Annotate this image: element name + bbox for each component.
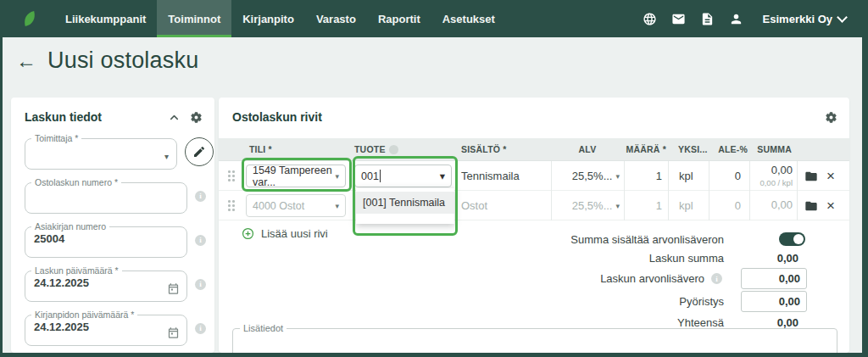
vat-included-row: Summa sisältää arvonlisäveron	[442, 230, 807, 248]
text-cursor	[380, 170, 381, 182]
invoice-vat-row: Laskun arvonlisävero i 0,00	[442, 267, 807, 290]
language-globe-icon[interactable]	[643, 11, 658, 26]
discount-cell[interactable]: 0	[709, 191, 749, 220]
accounting-date-label: Kirjanpidon päivämäärä *	[31, 310, 137, 320]
caret-down-icon: ▾	[440, 170, 445, 182]
supplier-select[interactable]: Toimittaja * ▾	[25, 134, 177, 170]
drag-handle[interactable]	[219, 191, 244, 220]
unit-cell[interactable]: kpl	[668, 191, 709, 220]
col-header-maara: MÄÄRÄ *	[624, 144, 668, 154]
col-header-sisalto: SISÄLTÖ *	[456, 144, 551, 154]
page-title: Uusi ostolasku	[47, 47, 198, 74]
nav-item-toiminnot[interactable]: Toiminnot	[157, 0, 231, 37]
table-header: TILI * TUOTE SISÄLTÖ * ALV MÄÄRÄ * YKSI.…	[219, 138, 849, 161]
nav-item-asetukset[interactable]: Asetukset	[431, 0, 506, 37]
attachment-folder-icon[interactable]	[804, 199, 818, 213]
attachment-folder-icon[interactable]	[804, 170, 818, 183]
document-number-input[interactable]: Asiakirjan numero 25004	[25, 222, 187, 258]
info-icon[interactable]: i	[195, 279, 206, 290]
company-name: Esimerkki Oy	[763, 13, 832, 25]
invoice-date-label: Laskun päivämäärä *	[31, 266, 122, 276]
discount-cell[interactable]: 0	[709, 161, 749, 191]
calendar-icon[interactable]	[167, 282, 180, 295]
unit-cell[interactable]: kpl	[668, 161, 709, 191]
col-header-tili: TILI *	[244, 144, 351, 154]
vat-select[interactable]: 25,5%... ▾	[551, 161, 624, 191]
nav-right-icons: Esimerkki Oy	[643, 0, 868, 37]
quantity-cell[interactable]: 1	[624, 161, 668, 191]
invoice-date-input[interactable]: Laskun päivämäärä * 24.12.2025	[25, 266, 187, 302]
rows-settings-gear-icon[interactable]	[824, 110, 837, 124]
content-cell[interactable]: Ostot	[456, 191, 551, 220]
page-title-row: ← Uusi ostolasku	[16, 47, 198, 74]
invoice-vat-label: Laskun arvonlisävero	[600, 272, 704, 285]
product-dropdown: [001] Tennismaila	[356, 188, 454, 224]
product-dropdown-option[interactable]: [001] Tennismaila	[356, 192, 454, 214]
plus-circle-icon	[242, 227, 254, 240]
rounding-input[interactable]: 0,00	[741, 291, 807, 312]
nav-item-raportit[interactable]: Raportit	[367, 0, 431, 37]
vat-select[interactable]: 25,5%... ▾	[551, 191, 624, 220]
table-row: 4000 Ostot ▾ Ostot 25,5%... ▾ 1 kpl 0 0,…	[219, 191, 849, 220]
caret-down-icon: ▾	[335, 202, 339, 210]
invoice-details-panel: Laskun tiedot Toimittaja * ▾ Ostolaskun …	[11, 98, 214, 353]
user-icon[interactable]	[729, 11, 744, 26]
sum-value: 0,00	[771, 198, 793, 212]
quantity-cell[interactable]: 1	[624, 191, 668, 220]
calendar-icon[interactable]	[167, 326, 180, 339]
back-arrow-icon[interactable]: ←	[16, 51, 36, 71]
account-select[interactable]: 4000 Ostot ▾	[246, 194, 346, 217]
notes-textarea[interactable]: Lisätiedot	[232, 323, 837, 353]
invoice-sum-value: 0,00	[777, 252, 807, 265]
sum-cell[interactable]: 0,00 0,00 / kpl	[749, 161, 797, 191]
mail-icon[interactable]	[671, 11, 687, 26]
vat-select-value: 25,5%...	[572, 170, 613, 182]
col-header-alv: ALV	[551, 144, 624, 154]
info-icon[interactable]: i	[195, 323, 206, 334]
invoice-sum-label: Laskun summa	[649, 252, 724, 265]
pencil-icon	[192, 145, 206, 159]
info-icon[interactable]	[389, 145, 398, 154]
info-icon[interactable]: i	[195, 191, 206, 202]
nav-item-kirjanpito[interactable]: Kirjanpito	[231, 0, 305, 37]
sum-cell[interactable]: 0,00	[749, 191, 797, 220]
accounting-date-value: 24.12.2025	[25, 320, 186, 333]
add-row-button[interactable]: Lisää uusi rivi	[242, 227, 328, 240]
vat-included-label: Summa sisältää arvonlisäveron	[570, 233, 724, 246]
sum-value: 0,00	[771, 164, 793, 177]
nav-item-liikekumppanit[interactable]: Liikekumppanit	[54, 0, 157, 37]
vat-included-toggle[interactable]	[779, 232, 805, 246]
nav-item-varasto[interactable]: Varasto	[305, 0, 367, 37]
purchase-invoice-number-input[interactable]: Ostolaskun numero *	[25, 178, 187, 214]
invoice-rows-panel: Ostolaskun rivit TILI * TUOTE SISÄLTÖ * …	[219, 98, 849, 353]
info-icon[interactable]: i	[195, 235, 206, 246]
col-header-tuote: TUOTE	[351, 144, 456, 154]
document-icon[interactable]	[700, 11, 715, 26]
edit-supplier-button[interactable]	[185, 137, 214, 166]
account-select[interactable]: 1549 Tampereen var... ▾	[246, 165, 346, 187]
nav-items: Liikekumppanit Toiminnot Kirjanpito Vara…	[54, 0, 506, 37]
caret-down-icon: ▾	[335, 172, 339, 181]
field-row-toimittaja: Toimittaja * ▾	[25, 134, 214, 170]
content-cell[interactable]: Tennismaila	[456, 161, 551, 191]
supplier-label: Toimittaja *	[31, 134, 81, 143]
delete-row-icon[interactable]: ×	[826, 169, 835, 183]
col-header-yksikko: YKSI...	[668, 144, 709, 154]
app-logo[interactable]	[0, 0, 54, 37]
product-input[interactable]: 001 ▾	[354, 165, 452, 187]
document-number-label: Asiakirjan numero	[31, 222, 109, 231]
delete-row-icon[interactable]: ×	[826, 198, 835, 213]
accounting-date-input[interactable]: Kirjanpidon päivämäärä * 24.12.2025	[25, 310, 187, 346]
info-icon[interactable]: i	[711, 273, 722, 284]
add-row-label: Lisää uusi rivi	[261, 227, 328, 240]
purchase-invoice-number-label: Ostolaskun numero *	[31, 178, 121, 187]
panel-settings-gear-icon[interactable]	[189, 110, 203, 124]
collapse-chevron-up-icon[interactable]	[167, 110, 181, 124]
company-menu[interactable]: Esimerkki Oy	[763, 13, 846, 25]
drag-handle[interactable]	[219, 161, 244, 191]
field-row-laskun-paivamaara: Laskun päivämäärä * 24.12.2025 i	[25, 266, 214, 302]
invoice-details-title: Laskun tiedot	[25, 110, 167, 124]
leaf-logo-icon	[20, 8, 39, 29]
app-window: Liikekumppanit Toiminnot Kirjanpito Vara…	[0, 0, 868, 357]
invoice-vat-input[interactable]: 0,00	[741, 268, 807, 289]
